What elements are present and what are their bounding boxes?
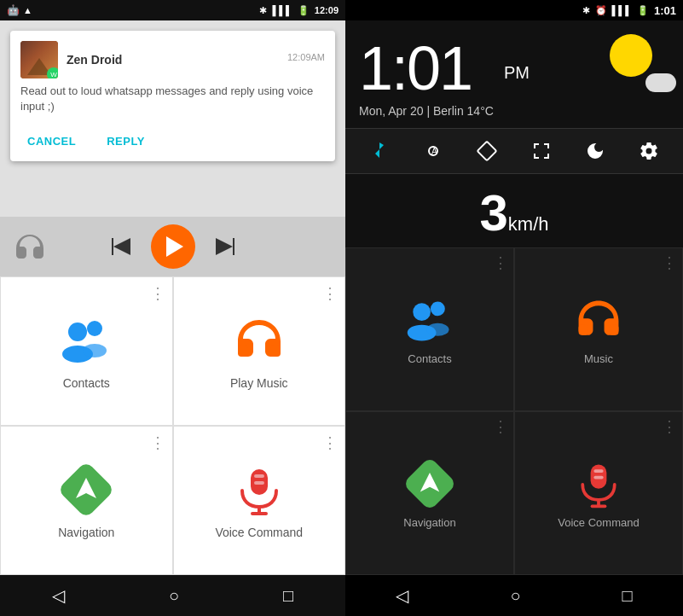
- dark-grid-item-navigation[interactable]: ⋮ Navigation: [345, 411, 514, 575]
- cancel-button[interactable]: CANCEL: [20, 131, 83, 151]
- dark-nav-more[interactable]: ⋮: [493, 417, 508, 436]
- headphone-icon-gray: [13, 230, 47, 264]
- next-button[interactable]: [212, 233, 240, 260]
- bluetooth-icon-right: ✱: [582, 5, 590, 16]
- microphone-icon: [232, 462, 287, 517]
- svg-rect-16: [254, 481, 264, 485]
- grid-item-play-music[interactable]: ⋮ Play Music: [173, 276, 346, 426]
- svg-point-20: [413, 303, 431, 321]
- svg-rect-15: [254, 474, 264, 478]
- qs-bluetooth[interactable]: [366, 137, 393, 165]
- dark-navigation-icon: [404, 458, 455, 509]
- play-music-more-dots[interactable]: ⋮: [322, 284, 338, 303]
- dark-music-more[interactable]: ⋮: [662, 253, 677, 272]
- svg-marker-3: [233, 238, 234, 255]
- contacts-label: Contacts: [63, 376, 110, 390]
- clock-time: 1:01: [359, 34, 472, 102]
- play-button[interactable]: [151, 224, 195, 269]
- dark-grid-item-music[interactable]: ⋮ Music: [514, 247, 683, 411]
- dark-voice-more[interactable]: ⋮: [662, 417, 677, 436]
- settings-icon: [639, 141, 659, 161]
- svg-point-4: [68, 323, 87, 341]
- speed-display: 3km/h: [345, 174, 683, 247]
- back-button-left[interactable]: ◁: [35, 578, 82, 613]
- left-panel: 🤖 ▲ ✱ ▌▌▌ 🔋 12:09 W Zen Droid 12:09AM Re…: [0, 0, 345, 616]
- qs-donotdisturb[interactable]: [582, 137, 609, 165]
- notification-actions: CANCEL REPLY: [20, 125, 325, 151]
- svg-rect-30: [591, 504, 607, 508]
- notification-avatar: W: [20, 41, 58, 78]
- notification-header: W Zen Droid 12:09AM: [20, 41, 325, 78]
- svg-point-7: [83, 344, 107, 357]
- status-bar-left: 🤖 ▲ ✱ ▌▌▌ 🔋 12:09: [0, 0, 345, 20]
- back-button-right[interactable]: ◁: [379, 578, 425, 613]
- voice-more-dots[interactable]: ⋮: [322, 433, 338, 452]
- dark-music-label: Music: [584, 352, 613, 365]
- android-icon: 🤖: [7, 4, 20, 16]
- recents-button-left[interactable]: □: [266, 579, 310, 613]
- clock-ampm: PM: [504, 63, 530, 83]
- contacts-more-dots[interactable]: ⋮: [150, 284, 165, 303]
- signal-icon: ▲: [23, 5, 32, 15]
- fullscreen-icon: [531, 141, 552, 161]
- qs-fullscreen[interactable]: [528, 137, 555, 165]
- skip-next-icon: [212, 233, 240, 260]
- sun-icon: [610, 34, 652, 77]
- music-headphone: [9, 225, 51, 268]
- dark-contacts-icon: [404, 294, 455, 346]
- left-status-right: ✱ ▌▌▌ 🔋 12:09: [259, 5, 339, 16]
- qs-settings[interactable]: [635, 137, 663, 165]
- notification-message: Read out to loud whatsapp messages and r…: [20, 84, 325, 114]
- svg-marker-0: [112, 238, 113, 255]
- notification-card: W Zen Droid 12:09AM Read out to loud wha…: [10, 31, 335, 161]
- svg-rect-14: [251, 512, 268, 515]
- navigation-more-dots[interactable]: ⋮: [150, 433, 165, 452]
- clock-date: Mon, Apr 20 | Berlin 14°C: [359, 104, 494, 118]
- contacts-icon: [59, 313, 113, 368]
- svg-point-21: [431, 301, 445, 316]
- signal-bars-left: ▌▌▌: [272, 5, 292, 15]
- headphone-orange-icon: [232, 313, 287, 368]
- qs-brightness[interactable]: A: [420, 137, 447, 165]
- whatsapp-badge: W: [47, 67, 58, 78]
- status-bar-right: ✱ ⏰ ▌▌▌ 🔋 1:01: [345, 0, 683, 20]
- reply-button[interactable]: REPLY: [100, 131, 152, 151]
- svg-rect-9: [270, 346, 281, 357]
- svg-rect-24: [579, 324, 588, 334]
- grid-item-navigation[interactable]: ⋮ Navigation: [0, 426, 173, 575]
- alarm-icon-right: ⏰: [595, 5, 607, 16]
- dark-grid-item-voice[interactable]: ⋮ Voice Command: [514, 411, 683, 575]
- bluetooth-icon-left: ✱: [259, 5, 267, 16]
- grid-item-voice-command[interactable]: ⋮ Voice Command: [173, 426, 346, 575]
- app-grid-left: ⋮ Contacts ⋮ Play Music ⋮: [0, 276, 345, 575]
- brightness-icon: A: [423, 141, 443, 161]
- dark-contacts-label: Contacts: [408, 352, 451, 365]
- dark-headphone-icon: [573, 294, 624, 346]
- prev-button[interactable]: [107, 233, 134, 260]
- dark-contacts-more[interactable]: ⋮: [493, 253, 508, 272]
- grid-item-contacts[interactable]: ⋮ Contacts: [0, 276, 173, 426]
- signal-right: ▌▌▌: [612, 5, 632, 15]
- svg-rect-19: [478, 142, 497, 161]
- svg-rect-32: [593, 475, 603, 479]
- notification-time: 12:09AM: [287, 52, 325, 62]
- play-triangle-icon: [166, 236, 183, 257]
- moon-icon: [585, 141, 605, 161]
- svg-rect-8: [238, 346, 248, 357]
- home-button-right[interactable]: ○: [493, 579, 537, 613]
- bottom-nav-left: ◁ ○ □: [0, 575, 345, 616]
- quick-settings: A: [345, 128, 683, 174]
- dark-grid-right: ⋮ Contacts ⋮ Music ⋮: [345, 247, 683, 575]
- recents-button-right[interactable]: □: [605, 579, 649, 613]
- dark-grid-item-contacts[interactable]: ⋮ Contacts: [345, 247, 514, 411]
- weather-icon: [610, 34, 669, 85]
- home-button-left[interactable]: ○: [152, 579, 196, 613]
- qs-rotate[interactable]: [473, 137, 501, 165]
- notification-app-name: Zen Droid: [67, 53, 122, 67]
- svg-rect-31: [593, 469, 603, 473]
- dark-voice-label: Voice Command: [558, 516, 639, 529]
- music-player: [0, 217, 345, 276]
- play-music-label: Play Music: [230, 376, 288, 390]
- battery-left: 🔋: [298, 5, 310, 16]
- speed-unit: km/h: [508, 213, 549, 235]
